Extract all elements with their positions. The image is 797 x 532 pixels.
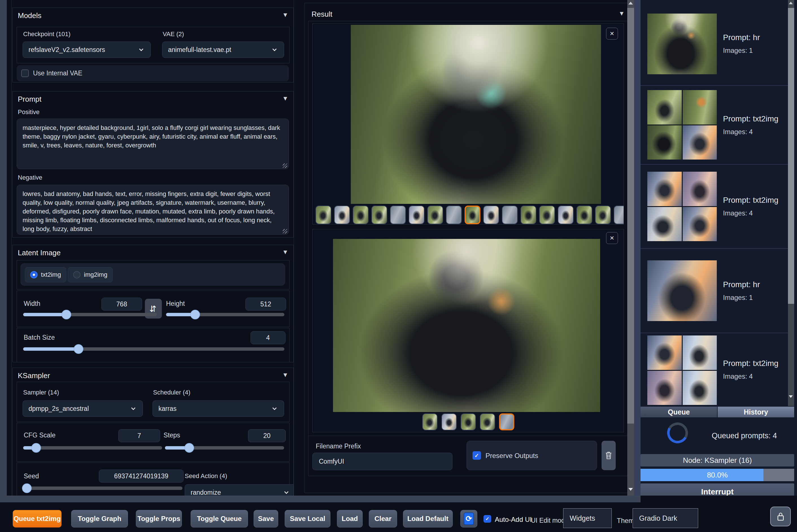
save-local-button[interactable]: Save Local bbox=[285, 510, 330, 528]
result-thumbnail[interactable] bbox=[576, 206, 592, 224]
result-thumbnail[interactable] bbox=[558, 206, 574, 224]
mode-img2img-radio[interactable]: img2img bbox=[68, 267, 113, 282]
collapse-icon[interactable]: ▼ bbox=[282, 11, 288, 19]
result-thumbnail[interactable] bbox=[446, 206, 462, 224]
result-thumbnail[interactable] bbox=[502, 206, 518, 224]
delete-outputs-button[interactable] bbox=[602, 441, 616, 470]
height-slider[interactable] bbox=[166, 313, 284, 316]
cfg-scale-slider[interactable] bbox=[23, 446, 162, 450]
steps-input[interactable] bbox=[248, 429, 286, 442]
result-thumbnail[interactable] bbox=[353, 206, 368, 224]
checkpoint-select[interactable]: refslaveV2_v2.safetensors bbox=[23, 41, 151, 58]
result-image-2[interactable] bbox=[333, 239, 600, 412]
scroll-up-button[interactable] bbox=[628, 2, 633, 4]
result-thumbnail[interactable] bbox=[334, 206, 350, 224]
collapse-icon[interactable]: ▼ bbox=[282, 371, 288, 379]
resize-handle[interactable] bbox=[283, 164, 287, 168]
main-vertical-scrollbar[interactable] bbox=[627, 0, 634, 496]
lock-ui-button[interactable] bbox=[770, 507, 791, 526]
negative-prompt-input[interactable]: lowres, bad anatomy, bad hands, text, er… bbox=[17, 185, 289, 235]
mode-img2img-label: img2img bbox=[84, 271, 107, 279]
width-input[interactable] bbox=[101, 298, 142, 310]
theme-select[interactable]: Gradio Dark bbox=[633, 508, 698, 528]
width-slider-handle[interactable] bbox=[61, 310, 71, 319]
scheduler-select[interactable]: karras bbox=[152, 400, 284, 417]
result-image-1[interactable] bbox=[351, 25, 601, 204]
seed-input[interactable] bbox=[99, 470, 184, 482]
resize-handle[interactable] bbox=[283, 229, 287, 233]
history-item[interactable]: Prompt: hr Images: 1 bbox=[641, 2, 788, 85]
seed-slider-handle[interactable] bbox=[22, 483, 32, 493]
preserve-outputs-box[interactable]: ✓ Preserve Outputs bbox=[467, 441, 597, 470]
use-internal-vae-checkbox[interactable] bbox=[21, 70, 29, 77]
scroll-down-button[interactable] bbox=[628, 488, 633, 491]
batch-size-slider-handle[interactable] bbox=[74, 344, 83, 354]
result-thumbnail[interactable] bbox=[409, 206, 424, 224]
result-thumbnail[interactable] bbox=[390, 206, 406, 224]
steps-slider[interactable] bbox=[165, 446, 284, 450]
history-item[interactable]: Prompt: txt2img Images: 4 bbox=[641, 165, 788, 248]
history-item[interactable]: Prompt: txt2img Images: 4 bbox=[641, 333, 788, 406]
width-slider[interactable] bbox=[23, 313, 157, 316]
steps-slider-handle[interactable] bbox=[185, 443, 194, 453]
result-thumbnail[interactable] bbox=[614, 206, 624, 224]
clear-button[interactable]: Clear bbox=[369, 510, 397, 528]
result-thumbnail-selected[interactable] bbox=[499, 413, 514, 430]
result-thumbnail[interactable] bbox=[316, 206, 331, 224]
vae-select[interactable]: animefull-latest.vae.pt bbox=[162, 41, 284, 58]
scrollbar-thumb[interactable] bbox=[788, 8, 794, 304]
result-thumbnail-selected[interactable] bbox=[464, 206, 480, 224]
tab-history[interactable]: History bbox=[718, 406, 794, 417]
toggle-props-button[interactable]: Toggle Props bbox=[136, 510, 182, 528]
sidebar-scrollbar[interactable] bbox=[788, 0, 794, 406]
seed-action-select[interactable]: randomize bbox=[185, 484, 294, 496]
tab-queue[interactable]: Queue bbox=[641, 406, 717, 417]
result-thumbnail[interactable] bbox=[480, 413, 495, 430]
height-slider-handle[interactable] bbox=[190, 310, 200, 319]
seed-slider[interactable] bbox=[23, 487, 183, 490]
result-thumbnail[interactable] bbox=[520, 206, 536, 224]
history-item[interactable]: Prompt: txt2img Images: 4 bbox=[641, 86, 788, 164]
left-scrollbar-track[interactable] bbox=[0, 0, 7, 496]
load-button[interactable]: Load bbox=[337, 510, 363, 528]
use-internal-vae-row[interactable]: Use Internal VAE bbox=[17, 65, 289, 81]
collapse-icon[interactable]: ▼ bbox=[282, 248, 288, 256]
scroll-up-button[interactable] bbox=[789, 2, 793, 4]
result-thumbnail[interactable] bbox=[595, 206, 611, 224]
batch-size-slider[interactable] bbox=[23, 347, 284, 351]
result-thumbnail[interactable] bbox=[372, 206, 387, 224]
result-thumbnail[interactable] bbox=[539, 206, 555, 224]
auto-add-ui-checkbox[interactable]: ✓ bbox=[483, 515, 491, 523]
close-image-button[interactable]: ✕ bbox=[606, 232, 618, 244]
result-thumbnail[interactable] bbox=[483, 206, 499, 224]
batch-size-input[interactable] bbox=[250, 331, 286, 344]
cfg-scale-slider-handle[interactable] bbox=[31, 443, 41, 453]
load-default-button[interactable]: Load Default bbox=[403, 510, 453, 528]
height-input[interactable] bbox=[245, 298, 286, 310]
close-image-button[interactable]: ✕ bbox=[606, 28, 618, 40]
cfg-scale-input[interactable] bbox=[118, 429, 160, 442]
scrollbar-thumb[interactable] bbox=[627, 8, 634, 423]
toggle-queue-button[interactable]: Toggle Queue bbox=[191, 510, 248, 528]
result-thumbnail[interactable] bbox=[427, 206, 443, 224]
save-button[interactable]: Save bbox=[253, 510, 278, 528]
refresh-button[interactable]: ⟳ bbox=[460, 510, 477, 528]
main-horizontal-scrollbar[interactable] bbox=[0, 496, 641, 502]
sampler-select[interactable]: dpmpp_2s_ancestral bbox=[23, 400, 143, 417]
collapse-icon[interactable]: ▼ bbox=[282, 95, 288, 102]
positive-prompt-input[interactable]: masterpiece, hyper detailed background, … bbox=[17, 119, 289, 169]
toggle-graph-button[interactable]: Toggle Graph bbox=[71, 510, 128, 528]
result-thumbnail[interactable] bbox=[422, 413, 437, 430]
radio-unselected-icon bbox=[73, 271, 80, 279]
result-thumbnail[interactable] bbox=[441, 413, 457, 430]
collapse-icon[interactable]: ▼ bbox=[619, 10, 625, 17]
scroll-down-button[interactable] bbox=[789, 395, 793, 398]
queue-txt2img-button[interactable]: Queue txt2img bbox=[13, 510, 61, 528]
mode-txt2img-radio[interactable]: txt2img bbox=[25, 267, 67, 282]
interrupt-button[interactable]: Interrupt bbox=[641, 483, 794, 496]
preserve-outputs-checkbox[interactable]: ✓ bbox=[473, 451, 481, 460]
widgets-select[interactable]: Widgets bbox=[563, 508, 612, 528]
result-thumbnail[interactable] bbox=[461, 413, 476, 430]
filename-prefix-input[interactable] bbox=[312, 453, 452, 470]
history-item[interactable]: Prompt: hr Images: 1 bbox=[641, 249, 788, 332]
